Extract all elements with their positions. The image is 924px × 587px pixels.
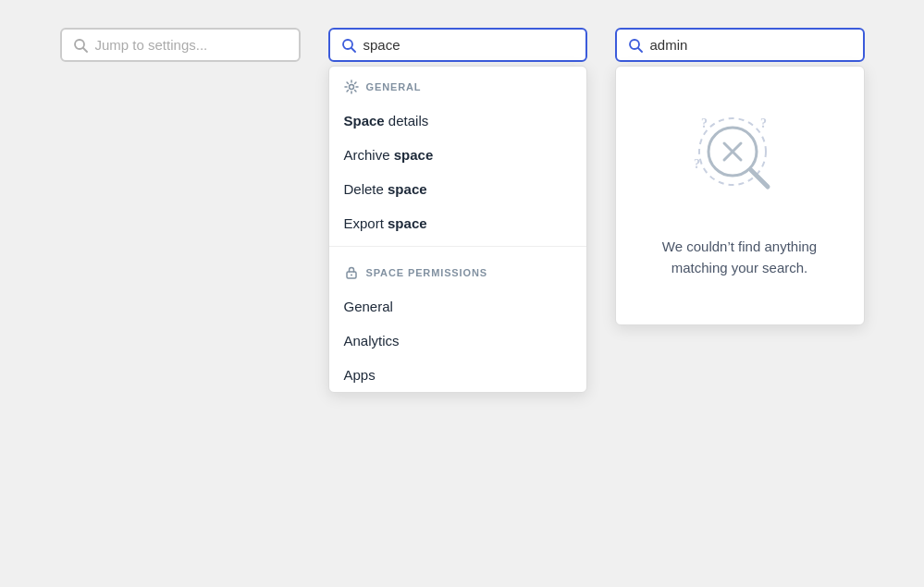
apps-item[interactable]: Apps [329,358,586,392]
permissions-general-item[interactable]: General [329,289,586,324]
svg-text:?: ? [760,116,767,130]
apps-text: Apps [344,367,376,383]
export-space-item[interactable]: Export space [329,206,586,240]
delete-bold: space [388,181,427,197]
search-icon [73,38,88,53]
search-icon [628,38,643,53]
no-results-panel: ? ? ? We couldn’t find anything matching… [615,66,865,325]
delete-space-item[interactable]: Delete space [329,172,586,206]
space-details-suffix: details [385,113,429,128]
col2-container: GENERAL Space details Archive space Dele… [328,28,587,393]
general-label: GENERAL [366,81,422,92]
general-section-header: GENERAL [329,67,586,104]
export-prefix: Export [344,215,388,231]
col3-search-box[interactable] [615,28,865,62]
no-results-illustration: ? ? ? [684,104,795,214]
space-permissions-section-header: SPACE PERMISSIONS [329,252,586,289]
analytics-item[interactable]: Analytics [329,324,586,358]
archive-space-item[interactable]: Archive space [329,138,586,172]
search-icon [341,38,356,53]
section-divider [329,246,586,247]
no-results-svg: ? ? ? [684,104,795,214]
lock-icon [344,265,359,280]
col2-search-input[interactable] [363,37,574,53]
no-results-message: We couldn’t find anything matching your … [638,237,842,278]
col2-dropdown: GENERAL Space details Archive space Dele… [328,66,587,393]
col1-search-input[interactable] [95,37,288,53]
svg-point-6 [351,275,352,276]
space-details-item[interactable]: Space details [329,104,586,138]
col3-search-input[interactable] [650,37,852,53]
svg-text:?: ? [694,157,700,171]
svg-point-4 [349,85,353,90]
col3-container: ? ? ? We couldn’t find anything matching… [615,28,865,325]
archive-prefix: Archive [344,147,394,163]
export-bold: space [388,215,427,231]
svg-line-1 [83,48,87,52]
svg-text:?: ? [701,116,708,130]
analytics-text: Analytics [344,333,400,349]
space-permissions-label: SPACE PERMISSIONS [366,267,488,278]
svg-line-8 [638,48,642,52]
archive-bold: space [394,147,434,163]
col2-search-box[interactable] [328,28,587,62]
gear-icon [344,79,359,94]
permissions-general-text: General [344,299,393,314]
delete-prefix: Delete [344,181,388,197]
col1-container [60,28,301,62]
svg-line-3 [351,48,355,52]
space-details-bold: Space [344,113,385,128]
col1-search-box[interactable] [60,28,301,62]
